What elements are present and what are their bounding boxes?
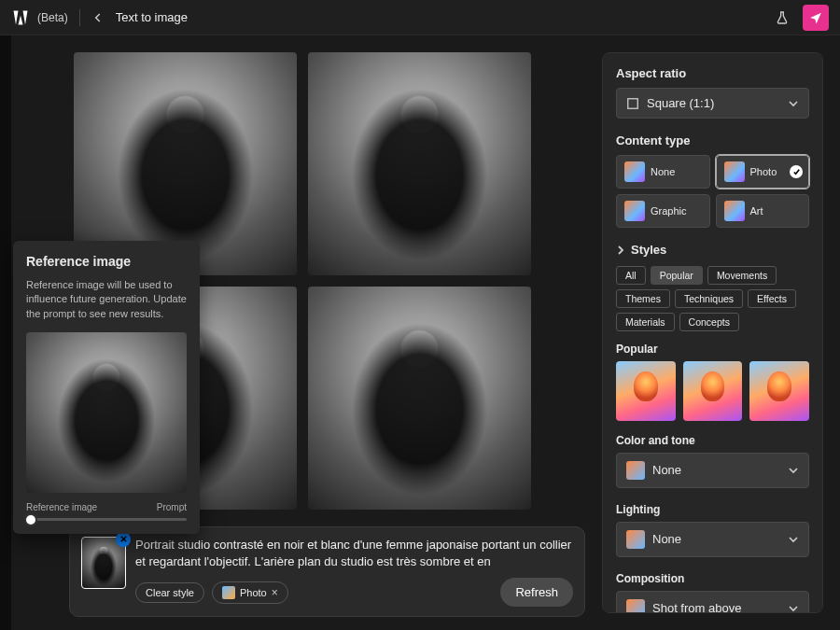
chevron-down-icon (788, 603, 799, 613)
generated-image[interactable] (308, 52, 531, 275)
remove-reference-icon[interactable] (116, 532, 131, 547)
prompt-reference-thumb[interactable] (81, 537, 126, 589)
lighting-select[interactable]: None (616, 522, 809, 557)
refresh-button[interactable]: Refresh (500, 578, 573, 607)
style-tag-photo[interactable]: Photo × (212, 581, 288, 604)
chip-all[interactable]: All (616, 266, 646, 285)
chip-movements[interactable]: Movements (707, 266, 777, 285)
color-tone-select[interactable]: None (616, 453, 809, 488)
divider (79, 9, 80, 26)
color-tone-label: Color and tone (616, 434, 809, 447)
balloon-icon (624, 161, 645, 182)
slider-thumb[interactable] (24, 513, 37, 526)
balloon-icon (626, 599, 645, 613)
adobe-logo-icon (11, 8, 30, 27)
content-type-art[interactable]: Art (716, 194, 810, 228)
prompt-text[interactable]: Portrait studio contrasté en noir et bla… (135, 537, 573, 570)
content-type-grid: None Photo Graphic Art (616, 155, 809, 228)
style-chips: All Popular Movements Themes Techniques … (616, 266, 809, 331)
slider-label-right: Prompt (157, 502, 187, 512)
beta-label: (Beta) (37, 11, 68, 24)
chevron-down-icon (788, 98, 799, 109)
popular-styles-row (616, 361, 809, 421)
chip-techniques[interactable]: Techniques (675, 289, 743, 308)
content-type-graphic[interactable]: Graphic (616, 194, 710, 228)
lighting-label: Lighting (616, 503, 809, 516)
aspect-ratio-label: Aspect ratio (616, 66, 809, 80)
style-tile[interactable] (616, 361, 676, 421)
square-icon (626, 97, 639, 110)
popover-description: Reference image will be used to influenc… (26, 278, 187, 321)
back-icon[interactable] (91, 11, 105, 24)
center-area: Reference image Reference image will be … (11, 35, 593, 630)
reference-image-popover: Reference image Reference image will be … (13, 241, 200, 534)
chip-concepts[interactable]: Concepts (679, 313, 739, 331)
popular-label: Popular (616, 343, 809, 356)
influence-slider[interactable] (26, 518, 187, 521)
right-sidebar: Aspect ratio Square (1:1) Content type N… (593, 35, 840, 630)
chevron-down-icon (788, 534, 799, 545)
chip-themes[interactable]: Themes (616, 289, 670, 308)
generated-image[interactable] (308, 287, 531, 510)
balloon-icon (724, 161, 745, 182)
composition-label: Composition (616, 572, 809, 585)
content-type-photo[interactable]: Photo (716, 155, 810, 189)
balloon-icon (626, 461, 645, 480)
chevron-down-icon (788, 465, 799, 476)
photo-tag-icon (222, 586, 235, 599)
settings-panel: Aspect ratio Square (1:1) Content type N… (602, 52, 823, 613)
remove-tag-icon[interactable]: × (272, 586, 278, 599)
style-tile[interactable] (749, 361, 809, 421)
balloon-icon (624, 201, 645, 221)
page-title: Text to image (116, 10, 188, 24)
style-tile[interactable] (683, 361, 743, 421)
slider-labels: Reference image Prompt (26, 502, 187, 512)
balloon-icon (724, 201, 745, 221)
styles-header[interactable]: Styles (616, 243, 809, 257)
slider-label-left: Reference image (26, 502, 97, 512)
svg-rect-0 (628, 98, 638, 108)
popover-title: Reference image (26, 254, 187, 269)
reference-image-preview[interactable] (26, 332, 187, 493)
app-header: (Beta) Text to image (0, 0, 840, 35)
send-icon[interactable] (803, 5, 829, 31)
balloon-icon (626, 530, 645, 549)
chevron-right-icon (616, 245, 625, 255)
left-rail (0, 35, 11, 630)
prompt-bar: Portrait studio contrasté en noir et bla… (69, 526, 585, 617)
clear-style-button[interactable]: Clear style (135, 582, 204, 603)
chip-popular[interactable]: Popular (651, 266, 703, 285)
chip-materials[interactable]: Materials (616, 313, 675, 331)
aspect-ratio-select[interactable]: Square (1:1) (616, 88, 809, 119)
composition-select[interactable]: Shot from above (616, 591, 809, 613)
content-type-label: Content type (616, 133, 809, 147)
chip-effects[interactable]: Effects (748, 289, 796, 308)
lab-icon[interactable] (769, 5, 795, 31)
content-type-none[interactable]: None (616, 155, 710, 189)
check-icon (790, 165, 803, 178)
